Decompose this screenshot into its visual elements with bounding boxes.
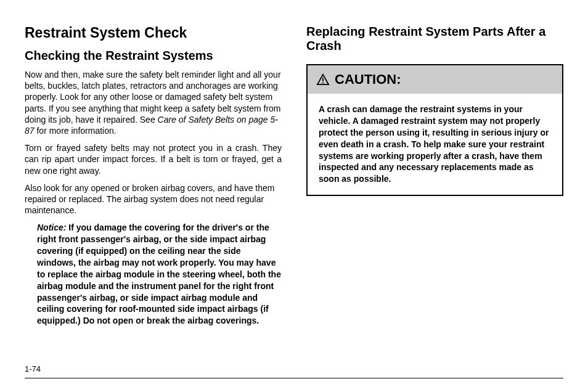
sub-heading-checking: Checking the Restraint Systems: [25, 49, 282, 63]
caution-label: CAUTION:: [335, 71, 401, 88]
para1-text2: for more information.: [35, 126, 116, 136]
notice-text: If you damage the covering for the drive…: [37, 223, 281, 325]
paragraph-1: Now and then, make sure the safety belt …: [25, 69, 282, 136]
svg-point-1: [322, 82, 324, 83]
sub-heading-replacing: Replacing Restraint System Parts After a…: [306, 25, 563, 53]
notice-label: Notice:: [37, 223, 66, 232]
left-column: Restraint System Check Checking the Rest…: [25, 25, 282, 357]
main-heading: Restraint System Check: [25, 25, 282, 41]
footer-rule: [25, 378, 563, 378]
page-container: Restraint System Check Checking the Rest…: [25, 25, 563, 357]
paragraph-2: Torn or frayed safety belts may not prot…: [25, 142, 282, 176]
footer: 1-74: [25, 363, 563, 378]
caution-body: A crash can damage the restraint systems…: [308, 94, 562, 195]
paragraph-3: Also look for any opened or broken airba…: [25, 182, 282, 216]
page-number: 1-74: [25, 364, 41, 374]
caution-box: CAUTION: A crash can damage the restrain…: [306, 64, 563, 196]
caution-header: CAUTION:: [308, 65, 562, 94]
notice-paragraph: Notice: If you damage the covering for t…: [37, 222, 282, 327]
right-column: Replacing Restraint System Parts After a…: [306, 25, 563, 357]
warning-triangle-icon: [316, 73, 330, 86]
